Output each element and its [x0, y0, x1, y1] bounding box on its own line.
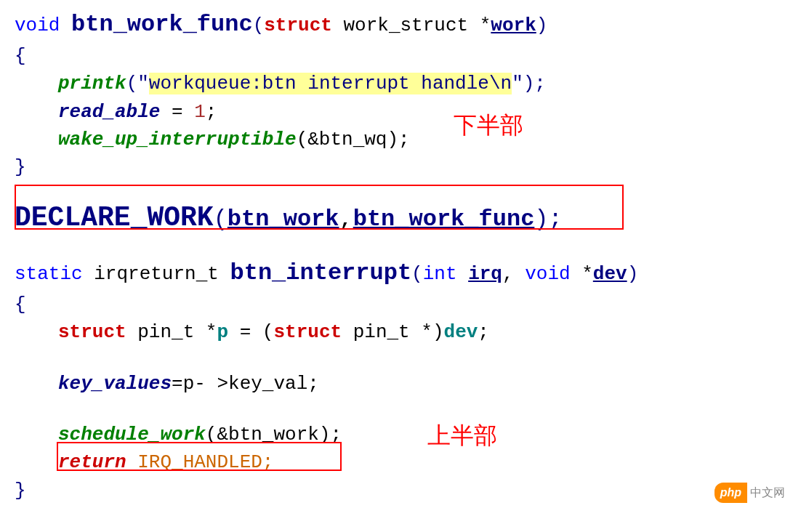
- keyword-struct: struct: [273, 321, 342, 343]
- string-open: (": [126, 73, 149, 94]
- var-p: p: [217, 321, 228, 343]
- annotation-bottom-half: 下半部: [454, 109, 523, 142]
- paren-open: (: [253, 15, 265, 36]
- string-close: ");: [512, 73, 546, 94]
- function-name: btn_interrupt: [230, 259, 411, 286]
- annotation-top-half: 上半部: [427, 419, 497, 452]
- code-line: struct pin_t *p = (struct pin_t *)dev;: [15, 319, 785, 345]
- keyword-struct: struct: [264, 15, 332, 36]
- keyword-void: void: [15, 15, 71, 36]
- code-line: {: [15, 43, 785, 69]
- semicolon: ;: [206, 101, 217, 123]
- code-block: void btn_work_func(struct work_struct *w…: [15, 9, 785, 504]
- code-line: }: [15, 477, 785, 504]
- brace-close: }: [15, 156, 26, 178]
- highlight-box-schedule-work: [57, 442, 342, 471]
- eq: = (: [228, 321, 273, 343]
- watermark-badge: php: [714, 483, 747, 503]
- code-line: read_able = 1;: [15, 99, 785, 125]
- keyword-void: void: [525, 263, 570, 285]
- semicolon: ;: [478, 321, 489, 343]
- code-line: wake_up_interruptible(&btn_wq);: [15, 126, 785, 153]
- function-name: btn_work_func: [71, 11, 253, 38]
- type-name: work_struct *: [332, 15, 491, 36]
- var-read-able: read_able: [58, 101, 160, 123]
- paren-open: (: [411, 263, 423, 285]
- type-name: pin_t *: [126, 321, 217, 343]
- code-line: static irqreturn_t btn_interrupt(int irq…: [15, 257, 785, 290]
- paren-close: ): [536, 15, 548, 36]
- assign: =: [160, 101, 194, 123]
- var-key-values: key_values: [58, 373, 172, 395]
- rest: =p- >key_val;: [172, 373, 319, 395]
- highlight-box-declare-work: [15, 185, 624, 230]
- watermark-text: 中文网: [750, 485, 785, 501]
- code-line: {: [15, 291, 785, 318]
- param-dev: dev: [593, 263, 627, 285]
- brace-open: {: [15, 294, 26, 315]
- var-dev: dev: [444, 321, 478, 343]
- brace-open: {: [15, 45, 26, 67]
- code-line: key_values=p- >key_val;: [15, 371, 785, 397]
- number-literal: 1: [194, 101, 206, 123]
- call-wake-up: wake_up_interruptible: [58, 129, 297, 150]
- param-irq: irq: [468, 263, 502, 285]
- sp: [457, 263, 469, 285]
- watermark: php 中文网: [714, 483, 785, 503]
- paren-close: ): [627, 263, 639, 285]
- code-line: }: [15, 154, 785, 180]
- return-type: irqreturn_t: [83, 263, 230, 285]
- star: *: [571, 263, 593, 285]
- comma: ,: [502, 263, 525, 285]
- brace-close: }: [15, 480, 26, 501]
- keyword-int: int: [423, 263, 457, 285]
- keyword-static: static: [15, 263, 83, 285]
- keyword-struct: struct: [58, 321, 126, 343]
- args: (&btn_wq);: [297, 129, 410, 150]
- call-printk: printk: [58, 73, 126, 94]
- string-literal: workqueue:btn interrupt handle\n: [149, 73, 512, 94]
- param-work: work: [491, 15, 536, 36]
- code-line: void btn_work_func(struct work_struct *w…: [15, 9, 785, 41]
- code-line: printk("workqueue:btn interrupt handle\n…: [15, 70, 785, 97]
- type-name: pin_t *): [342, 321, 443, 343]
